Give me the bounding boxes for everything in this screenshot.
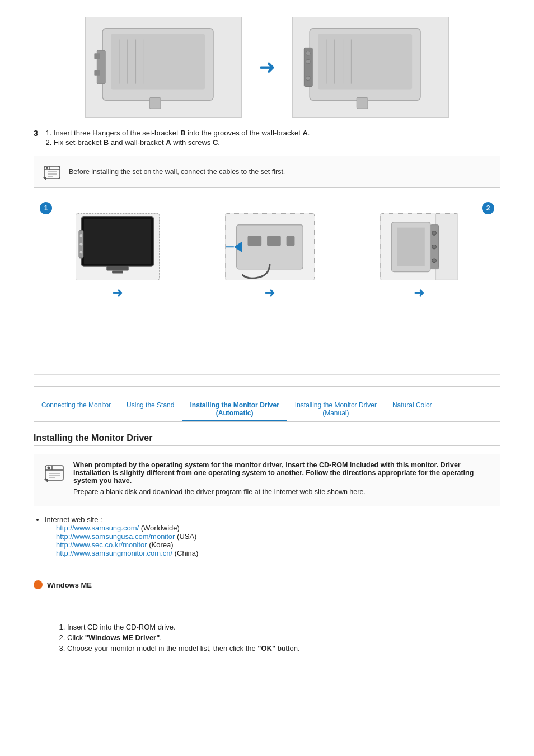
direction-arrow: ➜ <box>259 55 275 79</box>
badge-1: 1 <box>40 202 52 214</box>
website-list-item: Internet web site : http://www.samsung.c… <box>45 515 500 557</box>
diagram-item-1: ➜ <box>76 213 160 300</box>
tab-natural-color[interactable]: Natural Color <box>385 398 440 421</box>
url-link-china[interactable]: http://www.samsungmonitor.com.cn/ <box>56 549 172 557</box>
separator-1 <box>34 386 500 387</box>
step3-item1: Insert three Hangers of the set-bracket … <box>54 129 500 137</box>
diagram-arrow-3: ➜ <box>414 285 425 300</box>
svg-point-24 <box>46 167 48 169</box>
info-text-content: When prompted by the operating system fo… <box>73 461 491 499</box>
svg-rect-6 <box>149 97 161 109</box>
step3-content: Insert three Hangers of the set-bracket … <box>45 129 500 147</box>
diagram-row: ➜ ➜ <box>40 202 494 312</box>
url-suffix-usa: (USA) <box>177 532 196 541</box>
url-link-worldwide[interactable]: http://www.samsung.com/ <box>56 524 139 532</box>
separator-2 <box>34 569 500 569</box>
diagram-box-monitor <box>76 213 160 280</box>
note-icon <box>42 162 62 182</box>
url-korea: http://www.sec.co.kr/monitor (Korea) <box>56 541 500 549</box>
website-links: http://www.samsung.com/ (Worldwide) http… <box>56 524 500 557</box>
step3-item2: Fix set-bracket B and wall-bracket A wit… <box>54 138 500 147</box>
diagram-item-2: ➜ <box>225 213 315 300</box>
svg-rect-36 <box>237 225 303 269</box>
svg-rect-45 <box>397 228 425 266</box>
info-icon <box>43 461 65 483</box>
url-china: http://www.samsungmonitor.com.cn/ (China… <box>56 549 500 557</box>
instruction-item-2: Click "Windows ME Driver". <box>67 633 500 642</box>
url-suffix-china: (China) <box>175 549 199 557</box>
badge-2: 2 <box>482 202 494 214</box>
url-link-usa[interactable]: http://www.samsungusa.com/monitor <box>56 532 175 541</box>
instructions-list: Insert CD into the CD-ROM drive. Click "… <box>56 623 500 652</box>
instruction-item-1: Insert CD into the CD-ROM drive. <box>67 623 500 631</box>
website-label: Internet web site : <box>45 515 102 524</box>
svg-rect-30 <box>106 266 128 271</box>
diagram-box-cable <box>225 213 315 280</box>
wall-mount-diagram: 1 2 ➜ <box>34 196 500 375</box>
info-bold-text: When prompted by the operating system fo… <box>73 461 474 485</box>
tab-connecting-monitor[interactable]: Connecting the Monitor <box>34 398 119 421</box>
os-header: Windows ME <box>34 580 500 589</box>
url-link-korea[interactable]: http://www.sec.co.kr/monitor <box>56 541 147 549</box>
monitor-image-left <box>85 17 242 118</box>
svg-rect-11 <box>318 34 412 90</box>
windows-me-section: Windows ME <box>34 580 500 589</box>
diagram-arrow-2: ➜ <box>264 285 275 300</box>
nav-tabs[interactable]: Connecting the Monitor Using the Stand I… <box>34 398 500 422</box>
monitor-image-right <box>292 17 449 118</box>
note-box: Before installing the set on the wall, c… <box>34 156 500 188</box>
svg-rect-39 <box>287 236 295 246</box>
website-list: Internet web site : http://www.samsung.c… <box>45 515 500 557</box>
diagram-item-3: ➜ <box>380 213 458 300</box>
tab-install-driver-auto[interactable]: Installing the Monitor Driver(Automatic) <box>182 398 287 421</box>
svg-point-48 <box>432 259 437 263</box>
step-number: 3 <box>34 129 38 138</box>
svg-point-34 <box>79 243 82 246</box>
svg-point-19 <box>306 59 310 64</box>
website-section: Internet web site : http://www.samsung.c… <box>34 515 500 557</box>
svg-rect-1 <box>111 34 205 90</box>
info-normal-text: Prepare a blank disk and download the dr… <box>73 488 491 496</box>
svg-rect-8 <box>94 53 100 59</box>
svg-point-46 <box>432 231 437 235</box>
svg-rect-37 <box>247 236 261 246</box>
svg-rect-42 <box>436 214 458 280</box>
svg-rect-29 <box>83 219 151 264</box>
url-suffix-worldwide: (Worldwide) <box>141 524 180 532</box>
svg-point-20 <box>306 76 310 81</box>
os-icon <box>34 580 43 589</box>
section-title: Installing the Monitor Driver <box>34 433 500 446</box>
step3-section: 3 Insert three Hangers of the set-bracke… <box>34 129 500 147</box>
svg-rect-16 <box>357 97 368 109</box>
note-text: Before installing the set on the wall, c… <box>69 168 285 176</box>
svg-rect-38 <box>267 236 281 246</box>
tab-using-stand[interactable]: Using the Stand <box>119 398 182 421</box>
svg-rect-31 <box>112 270 123 273</box>
top-illustrations: ➜ <box>34 17 500 118</box>
svg-point-35 <box>79 251 82 253</box>
diagram-box-wall <box>380 213 458 280</box>
info-box: When prompted by the operating system fo… <box>34 454 500 506</box>
tab-install-driver-manual[interactable]: Installing the Monitor Driver(Manual) <box>287 398 385 421</box>
svg-point-33 <box>79 234 82 237</box>
svg-point-52 <box>48 467 50 469</box>
svg-rect-9 <box>94 70 100 76</box>
svg-point-47 <box>432 245 437 249</box>
diagram-arrow-1: ➜ <box>112 285 123 300</box>
instruction-item-3: Choose your monitor model in the model l… <box>67 644 500 652</box>
url-suffix-korea: (Korea) <box>149 541 173 549</box>
svg-point-18 <box>306 51 310 55</box>
os-title: Windows ME <box>47 581 92 589</box>
url-usa: http://www.samsungusa.com/monitor (USA) <box>56 532 500 541</box>
url-worldwide: http://www.samsung.com/ (Worldwide) <box>56 524 500 532</box>
